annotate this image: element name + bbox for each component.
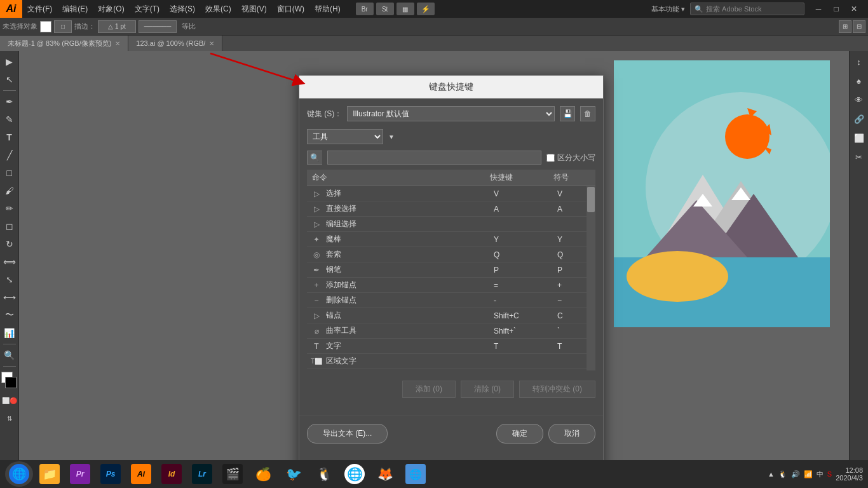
swap-colors-icon[interactable]: ⇅ — [1, 410, 18, 426]
menu-help[interactable]: 帮助(H) — [309, 0, 346, 18]
taskbar-app-penguin[interactable]: 🐧 — [310, 461, 338, 487]
case-sensitive-checkbox[interactable] — [546, 154, 555, 162]
graph-tool[interactable]: 📊 — [1, 325, 18, 341]
table-scrollbar[interactable] — [587, 186, 595, 370]
distribute-tool[interactable]: ⊟ — [853, 20, 865, 33]
table-row[interactable]: + 添加锚点 = + — [307, 278, 595, 293]
color-icon[interactable]: ⬜🔴 — [1, 392, 18, 409]
mirror-tool[interactable]: ⟺ — [1, 254, 18, 270]
taskbar-app-indesign[interactable]: Id — [158, 461, 186, 487]
taskbar-app-browser[interactable]: 🌐 — [5, 461, 33, 487]
tab-123[interactable]: 123.ai @ 100% (RGB/ ✕ — [128, 36, 222, 51]
menu-edit[interactable]: 编辑(E) — [57, 0, 93, 18]
taskbar-app-bird[interactable]: 🐦 — [280, 461, 308, 487]
tab-untitled-close[interactable]: ✕ — [115, 40, 120, 47]
cancel-button[interactable]: 取消 — [548, 424, 595, 444]
taskbar-app-premiere[interactable]: Pr — [66, 461, 94, 487]
add-anchor-tool[interactable]: ✎ — [1, 111, 18, 128]
menu-effect[interactable]: 效果(C) — [200, 0, 236, 18]
width-tool[interactable]: ⟷ — [1, 289, 18, 306]
menu-file[interactable]: 文件(F) — [22, 0, 57, 18]
zoom-tool[interactable]: 🔍 — [1, 347, 18, 363]
rp-rect-tool[interactable]: ⬜ — [851, 130, 867, 146]
fill-color-swatch[interactable] — [40, 21, 51, 32]
clear-button[interactable]: 清除 (0) — [461, 381, 514, 398]
stock-icon[interactable]: St — [376, 3, 394, 15]
lightning-icon[interactable]: ⚡ — [417, 3, 435, 15]
minimize-button[interactable]: ─ — [810, 0, 827, 18]
close-button[interactable]: ✕ — [845, 0, 863, 18]
pencil-tool[interactable]: ✏ — [1, 200, 18, 217]
table-row[interactable]: ⌀ 曲率工具 Shift+` ` — [307, 323, 595, 339]
table-row[interactable]: T〜 路径文字 — [307, 369, 595, 370]
brush-tool[interactable]: 🖌 — [1, 182, 18, 199]
row-shortcut-add-anchor: = — [494, 281, 557, 290]
tray-s-icon[interactable]: S — [827, 470, 832, 478]
tab-untitled[interactable]: 未标题-1 @ 83% (RGB/像素预览) ✕ — [0, 36, 128, 51]
export-text-button[interactable]: 导出文本 (E)... — [307, 424, 388, 444]
menu-view[interactable]: 视图(V) — [236, 0, 272, 18]
rp-cut-tool[interactable]: ✂ — [851, 149, 867, 165]
table-row[interactable]: − 删除锚点 - − — [307, 293, 595, 308]
add-button[interactable]: 添加 (0) — [402, 381, 456, 398]
category-select[interactable]: 工具 — [307, 129, 383, 144]
select-tool[interactable]: ▶ — [1, 53, 18, 70]
goto-conflict-button[interactable]: 转到冲突处 (0) — [519, 381, 595, 398]
maximize-button[interactable]: □ — [827, 0, 845, 18]
table-row[interactable]: ▷ 编组选择 — [307, 217, 595, 232]
rp-link-tool[interactable]: 🔗 — [851, 111, 867, 127]
keyset-delete-btn[interactable]: 🗑 — [580, 106, 595, 121]
line-tool[interactable]: ╱ — [1, 147, 18, 163]
table-row[interactable]: ✦ 魔棒 Y Y — [307, 232, 595, 247]
align-tool[interactable]: ⊞ — [839, 20, 851, 33]
taskbar-app-chrome[interactable]: 🌐 — [341, 461, 369, 487]
ok-button[interactable]: 确定 — [496, 424, 543, 444]
table-row[interactable]: T⬜ 区域文字 — [307, 354, 595, 369]
taskbar-app-fruit[interactable]: 🍊 — [249, 461, 277, 487]
scale-tool[interactable]: ⤡ — [1, 271, 18, 288]
direct-select-tool[interactable]: ↖ — [1, 71, 18, 88]
stroke-mode-select[interactable]: □ — [54, 20, 72, 33]
grid-icon[interactable]: ▦ — [397, 3, 414, 15]
keyset-save-btn[interactable]: 💾 — [560, 106, 575, 121]
background-color[interactable] — [5, 377, 17, 388]
tray-chinese-icon[interactable]: 中 — [817, 470, 824, 479]
menu-text[interactable]: 文字(T) — [130, 0, 165, 18]
warp-tool[interactable]: 〜 — [1, 307, 18, 323]
table-row[interactable]: ✒ 钢笔 P P — [307, 262, 595, 278]
tray-speaker-icon[interactable]: 🔊 — [791, 470, 800, 478]
stroke-style-select[interactable]: ────── — [139, 20, 177, 33]
rect-tool[interactable]: □ — [1, 165, 18, 181]
table-row[interactable]: T 文字 T T — [307, 339, 595, 354]
rotate-tool[interactable]: ↻ — [1, 236, 18, 252]
rp-eye-tool[interactable]: 👁 — [851, 92, 867, 108]
row-icon-magic-wand: ✦ — [307, 235, 326, 244]
rp-symbol-tool[interactable]: ♠ — [851, 72, 867, 89]
taskbar-app-lightroom[interactable]: Lr — [188, 461, 216, 487]
tray-expand-icon[interactable]: ▲ — [768, 470, 775, 478]
taskbar-app-firefox[interactable]: 🦊 — [371, 461, 399, 487]
taskbar-app-photoshop[interactable]: Ps — [97, 461, 125, 487]
eraser-tool[interactable]: ◻ — [1, 218, 18, 234]
pen-tool[interactable]: ✒ — [1, 93, 18, 110]
taskbar-app-files[interactable]: 📁 — [36, 461, 64, 487]
table-row[interactable]: ▷ 锚点 Shift+C C — [307, 308, 595, 323]
stroke-width-input[interactable]: △ 1 pt — [98, 20, 136, 33]
tray-network-icon[interactable]: 📶 — [804, 470, 813, 478]
table-row[interactable]: ▷ 直接选择 A A — [307, 201, 595, 217]
taskbar-app-network[interactable]: 🌐 — [402, 461, 430, 487]
taskbar-app-media-encoder[interactable]: 🎬 — [219, 461, 247, 487]
table-row[interactable]: ▷ 选择 V V — [307, 186, 595, 201]
keyset-select[interactable]: Illustrator 默认值 — [347, 106, 555, 121]
menu-object[interactable]: 对象(O) — [93, 0, 129, 18]
menu-window[interactable]: 窗口(W) — [272, 0, 309, 18]
bridge-icon[interactable]: Br — [356, 3, 374, 15]
type-tool[interactable]: T — [1, 129, 18, 146]
taskbar-app-illustrator[interactable]: Ai — [127, 461, 155, 487]
menu-select[interactable]: 选择(S) — [165, 0, 200, 18]
search-bar[interactable]: 🔍 搜索 Adobe Stock — [690, 3, 804, 15]
table-row[interactable]: ◎ 套索 Q Q — [307, 247, 595, 262]
rp-arrange-tool[interactable]: ↕ — [851, 53, 867, 70]
search-input[interactable] — [327, 151, 541, 165]
tab-123-close[interactable]: ✕ — [209, 40, 214, 47]
